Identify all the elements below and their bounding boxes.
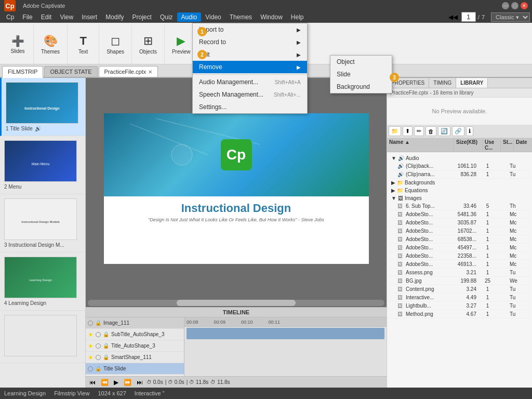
track-label-titleslide: Title Slide (103, 366, 126, 371)
lib-item-clip-narra[interactable]: 🔊 (Clip)narra... 836.28 1 Tu (389, 170, 530, 179)
menu-insert[interactable]: Insert (77, 12, 101, 22)
lib-item-content[interactable]: 🖼 Content.png 3.24 1 Tu (389, 285, 530, 294)
lib-col-use[interactable]: Use C... (483, 139, 501, 151)
audio-menu-record[interactable]: Record to ▶ (193, 36, 307, 48)
track-row-smartshape[interactable]: ★ 🔒 SmartShape_111 (86, 352, 184, 363)
ribbon-shapes-button[interactable]: ◻ Shapes (103, 32, 127, 57)
track-row-title-shape[interactable]: ★ 🔒 Title_AutoShape_3 (86, 340, 184, 352)
lib-col-size[interactable]: Size(KB) (454, 139, 483, 151)
tl-prev-button[interactable]: ⏪ (99, 378, 110, 387)
track-label-image: Image_111 (103, 320, 129, 326)
slide-thumb-4[interactable]: Learning Design 4 Learning Design (0, 252, 85, 311)
lib-item-adobesto-3[interactable]: 🖼 AdobeSto... 16702... 1 Mc (389, 227, 530, 235)
lib-col-name[interactable]: Name ▲ (387, 139, 454, 151)
track-vis-dot (96, 355, 101, 360)
canvas-scrollbar[interactable] (88, 300, 384, 306)
ribbon-text-button[interactable]: T Text (72, 32, 95, 57)
menu-project[interactable]: Project (128, 12, 156, 22)
track-row-subtitle[interactable]: ★ 🔒 SubTitle_AutoShape_3 (86, 329, 184, 340)
file-tab-close[interactable]: ✕ (148, 69, 152, 75)
file-tab-practicefile[interactable]: PracticeFile.cptx ✕ (99, 66, 158, 77)
tab-properties[interactable]: PROPERTIES (387, 78, 429, 88)
menu-modify[interactable]: Modify (101, 12, 128, 22)
slide-thumb-5[interactable] (0, 311, 85, 363)
menu-quiz[interactable]: Quiz (156, 12, 177, 22)
status-view: Filmstrip View (54, 390, 89, 396)
menu-edit[interactable]: Edit (37, 12, 56, 22)
lib-refresh-btn[interactable]: 🔄 (438, 126, 450, 136)
lib-folder-backgrounds[interactable]: ▶ 📁 Backgrounds (389, 179, 530, 187)
lib-delete-btn[interactable]: 🗑 (425, 126, 436, 136)
menu-audio[interactable]: Audio (177, 12, 202, 22)
image-file-icon-10: 🖼 (397, 278, 404, 284)
audio-menu-import[interactable]: Import to ▶ (193, 23, 307, 36)
tl-next-button[interactable]: ⏩ (122, 378, 133, 387)
lib-item-adobesto-6[interactable]: 🖼 AdobeSto... 22358... 1 Mc (389, 252, 530, 260)
tab-timing[interactable]: TIMING (429, 78, 456, 88)
lib-info-btn[interactable]: ℹ (466, 126, 473, 136)
minimize-button[interactable]: — (502, 2, 509, 9)
lib-item-lightbulb[interactable]: 🖼 Lightbulb... 3.27 1 Tu (389, 302, 530, 310)
lib-import-btn[interactable]: ⬆ (403, 126, 413, 136)
lib-link-btn[interactable]: 🔗 (452, 126, 464, 136)
track-row-image[interactable]: 🔒 Image_111 (86, 317, 184, 329)
menu-help[interactable]: Help (287, 12, 308, 22)
menu-view[interactable]: View (56, 12, 77, 22)
view-selector[interactable]: Classic ▾ (491, 12, 530, 22)
lib-item-clip-back[interactable]: 🔊 (Clip)back... 1061.10 1 Tu (389, 162, 530, 170)
lib-item-6subtop[interactable]: 🖼 6. Sub Top... 33.46 5 Th (389, 202, 530, 210)
menu-video[interactable]: Video (201, 12, 225, 22)
tl-play-button[interactable]: ▶ (112, 378, 120, 387)
lib-col-st[interactable]: St... (501, 139, 514, 151)
audio-menu-remove[interactable]: Remove ▶ (193, 61, 307, 73)
maximize-button[interactable]: □ (511, 2, 518, 9)
lib-item-assess[interactable]: 🖼 Assess.png 3.21 1 Tu (389, 269, 530, 277)
lib-folder-images[interactable]: ▼ 🖼 Images (389, 194, 530, 202)
audio-menu-edit[interactable]: Edit ▶ (193, 48, 307, 61)
menu-cp[interactable]: Cp (2, 12, 18, 22)
canvas-area: Cp Instructional Design "Design Is Not J… (86, 78, 387, 388)
track-row-titleslide[interactable]: 🔒 Title Slide (86, 363, 184, 375)
remove-object[interactable]: Object (330, 56, 392, 68)
lib-col-date[interactable]: Date (514, 139, 532, 151)
lib-folder-equations[interactable]: ▶ 📁 Equations (389, 187, 530, 194)
lib-folder-audio[interactable]: ▼ 🔊 Audio (389, 154, 530, 162)
lib-item-adobesto-7[interactable]: 🖼 AdobeSto... 46913... 1 Mc (389, 260, 530, 269)
page-number-input[interactable] (461, 12, 476, 22)
lib-item-bg[interactable]: 🖼 BG.jpg 199.88 25 We (389, 277, 530, 285)
menu-file[interactable]: File (18, 12, 36, 22)
remove-background[interactable]: Background (330, 81, 392, 93)
lib-item-adobesto-2[interactable]: 🖼 AdobeSto... 3035.87 1 Mc (389, 219, 530, 227)
tl-begin-button[interactable]: ⏮ (88, 378, 97, 387)
slide-thumb-2[interactable]: Main Menu 2 Menu (0, 136, 85, 194)
slide-thumb-1[interactable]: Instructional Design 1 Title Slide 🔊 (0, 78, 85, 136)
ribbon-themes-button[interactable]: 🎨 Themes (38, 32, 63, 57)
svg-point-2 (171, 144, 192, 165)
tab-filmstrip[interactable]: FILMSTRIP (2, 66, 43, 78)
tab-library[interactable]: LIBRARY (456, 78, 488, 88)
ribbon-preview-button[interactable]: ▶ Preview (169, 32, 194, 57)
slide-thumbnail-4: Learning Design (4, 257, 77, 298)
tl-end-button[interactable]: ⏭ (135, 378, 144, 387)
audio-menu-management-label: Audio Management... (199, 78, 258, 86)
lib-item-method[interactable]: 🖼 Method.png 4.67 1 Tu (389, 310, 530, 318)
remove-slide[interactable]: Slide (330, 68, 392, 81)
close-button[interactable]: ✕ (521, 2, 528, 9)
ribbon-objects-button[interactable]: ⊞ Objects (136, 32, 160, 57)
audio-menu-speech[interactable]: Speech Management... Shift+Alt+... (193, 88, 307, 101)
menu-themes[interactable]: Themes (225, 12, 256, 22)
slide-thumb-3[interactable]: Instructional Design Models 3 Instructio… (0, 194, 85, 252)
audio-menu-management[interactable]: Audio Management... Shift+Alt+A (193, 76, 307, 88)
ribbon-slides-button[interactable]: ➕ Slides (6, 33, 29, 56)
audio-menu-settings[interactable]: Settings... (193, 101, 307, 113)
lib-item-adobesto-5[interactable]: 🖼 AdobeSto... 45497... 1 Mc (389, 244, 530, 252)
tab-object-state[interactable]: OBJECT STATE (44, 66, 97, 77)
menu-window[interactable]: Window (256, 12, 287, 22)
timeline-tracks-area (184, 327, 387, 376)
lib-item-adobesto-4[interactable]: 🖼 AdobeSto... 68538... 1 Mc (389, 235, 530, 244)
lib-item-adobesto-1[interactable]: 🖼 AdobeSto... 5481.36 1 Mc (389, 210, 530, 219)
prev-page-button[interactable]: ◀◀ (447, 13, 459, 21)
lib-export-btn[interactable]: ✏ (414, 126, 424, 136)
lib-item-interactive[interactable]: 🖼 Interactive... 4.49 1 Tu (389, 294, 530, 302)
lib-folder-btn[interactable]: 📁 (389, 126, 401, 136)
